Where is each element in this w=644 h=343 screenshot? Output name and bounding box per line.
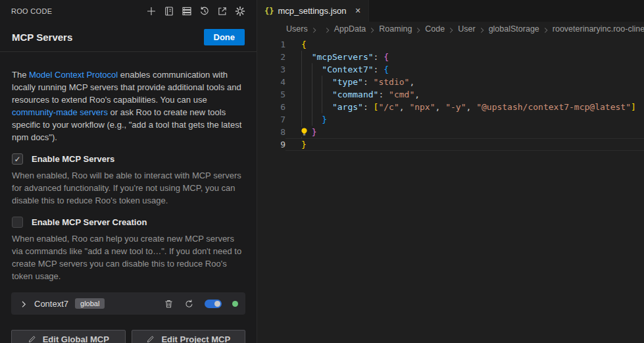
indent-guide bbox=[301, 63, 312, 76]
token: { bbox=[301, 40, 307, 49]
token: ] bbox=[631, 102, 636, 112]
breadcrumb-item[interactable]: globalStorage bbox=[489, 24, 539, 34]
token: "-y" bbox=[445, 102, 466, 112]
token: , bbox=[414, 90, 420, 99]
line-number: 5 bbox=[257, 88, 285, 101]
chevron-right-icon[interactable] bbox=[18, 299, 28, 308]
json-file-icon: {} bbox=[264, 7, 274, 16]
history-icon[interactable] bbox=[199, 5, 210, 16]
mcp-edit-buttons: Edit Global MCP Edit Project MCP bbox=[11, 330, 245, 343]
token: , bbox=[466, 102, 477, 112]
code-line: 1{ bbox=[257, 38, 644, 51]
code-text: "type": "stdio", bbox=[301, 76, 414, 88]
breadcrumb-chevron-icon bbox=[309, 24, 320, 35]
line-number: 3 bbox=[257, 63, 285, 76]
status-dot bbox=[232, 301, 238, 307]
intro-paragraph: The Model Context Protocol enables commu… bbox=[12, 68, 245, 144]
sidebar-header: ROO CODE bbox=[0, 0, 257, 22]
tab-mcp-settings[interactable]: {} mcp_settings.json ✕ bbox=[257, 0, 369, 22]
token: , bbox=[435, 102, 446, 112]
edit-global-mcp-label: Edit Global MCP bbox=[43, 334, 109, 343]
server-enabled-toggle[interactable] bbox=[205, 300, 222, 308]
done-button[interactable]: Done bbox=[204, 29, 245, 45]
enable-mcp-creation-setting: ✓ Enable MCP Server Creation bbox=[12, 217, 245, 228]
mcp-servers-icon[interactable] bbox=[181, 5, 192, 16]
line-number: 8 bbox=[257, 126, 285, 138]
code-text: { bbox=[301, 38, 307, 51]
indent-guide bbox=[322, 76, 332, 88]
breadcrumb: UsersAppDataRoamingCodeUserglobalStorage… bbox=[257, 22, 644, 36]
server-scope-badge: global bbox=[75, 298, 105, 309]
server-row-context7[interactable]: Context7 global bbox=[11, 292, 245, 315]
code-line: 7 } bbox=[257, 113, 644, 126]
enable-mcp-creation-checkbox[interactable]: ✓ bbox=[12, 217, 23, 228]
breadcrumb-chevron-icon bbox=[413, 24, 424, 35]
code-line: 9} bbox=[257, 138, 644, 151]
tab-close-icon[interactable]: ✕ bbox=[355, 7, 361, 15]
plus-icon[interactable] bbox=[145, 5, 157, 16]
token: } bbox=[312, 127, 317, 137]
indent-guide bbox=[312, 63, 322, 76]
breadcrumb-chevron-icon bbox=[541, 24, 551, 35]
server-name: Context7 bbox=[34, 299, 68, 309]
extension-title: ROO CODE bbox=[11, 7, 52, 15]
token: , bbox=[409, 77, 414, 87]
intro-link[interactable]: community-made servers bbox=[12, 107, 108, 117]
token: "Context7" bbox=[322, 65, 373, 74]
code-text: "args": ["/c", "npx", "-y", "@upstash/co… bbox=[301, 101, 636, 113]
code-text: } bbox=[301, 138, 307, 151]
code-editor[interactable]: 1{2 "mcpServers": {3 "Context7": {4 "typ… bbox=[257, 36, 644, 151]
prompts-notebook-icon[interactable] bbox=[163, 5, 174, 16]
token: : bbox=[374, 52, 384, 62]
line-number: 4 bbox=[257, 76, 285, 88]
enable-mcp-servers-setting: ✓ Enable MCP Servers bbox=[12, 153, 245, 165]
token: "npx" bbox=[409, 102, 435, 112]
line-number: 1 bbox=[257, 38, 285, 51]
token: : bbox=[363, 77, 374, 87]
breadcrumb-chevron-icon bbox=[367, 24, 378, 35]
server-row-actions bbox=[164, 299, 238, 309]
edit-global-mcp-button[interactable]: Edit Global MCP bbox=[11, 330, 126, 343]
code-text: "command": "cmd", bbox=[301, 88, 420, 101]
edit-project-mcp-label: Edit Project MCP bbox=[161, 334, 230, 343]
indent-guide bbox=[312, 101, 322, 113]
code-line: 8 } bbox=[257, 126, 644, 138]
token: } bbox=[301, 140, 307, 149]
breadcrumb-item[interactable]: Code bbox=[425, 24, 445, 34]
breadcrumb-item[interactable]: AppData bbox=[334, 24, 366, 34]
indent-guide bbox=[301, 76, 312, 88]
token: : bbox=[363, 102, 374, 112]
enable-mcp-servers-checkbox[interactable]: ✓ bbox=[12, 153, 23, 165]
token: "mcpServers" bbox=[312, 52, 374, 62]
edit-project-mcp-button[interactable]: Edit Project MCP bbox=[132, 330, 246, 343]
indent-guide bbox=[322, 101, 332, 113]
token: { bbox=[384, 52, 389, 62]
page-header: MCP Servers Done bbox=[0, 22, 257, 51]
open-in-editor-icon[interactable] bbox=[216, 5, 228, 16]
breadcrumb-item[interactable]: Users bbox=[286, 24, 308, 34]
roo-code-sidebar: ROO CODE bbox=[0, 0, 257, 343]
line-number: 9 bbox=[257, 138, 285, 151]
breadcrumb-item[interactable]: rooveterinaryinc.roo-cline bbox=[553, 24, 644, 34]
line-number: 2 bbox=[257, 51, 285, 63]
token: : bbox=[374, 65, 384, 74]
trash-icon[interactable] bbox=[164, 299, 174, 309]
intro-link[interactable]: Model Context Protocol bbox=[29, 70, 118, 80]
enable-mcp-creation-description: When enabled, Roo can help you create ne… bbox=[12, 232, 246, 282]
breadcrumb-chevron-icon bbox=[477, 24, 487, 35]
token: "args" bbox=[332, 102, 363, 112]
indent-guide bbox=[312, 113, 322, 126]
breadcrumb-item[interactable]: Roaming bbox=[379, 24, 412, 34]
indent-guide bbox=[322, 88, 332, 101]
header-divider bbox=[0, 51, 257, 52]
tab-filename: mcp_settings.json bbox=[278, 6, 346, 16]
token: , bbox=[399, 102, 410, 112]
settings-gear-icon[interactable] bbox=[234, 5, 245, 16]
restart-icon[interactable] bbox=[184, 299, 194, 309]
breadcrumb-item[interactable]: User bbox=[458, 24, 475, 34]
lightbulb-icon[interactable] bbox=[299, 127, 309, 137]
breadcrumb-chevron-icon bbox=[322, 24, 333, 35]
toggle-knob bbox=[214, 301, 220, 307]
code-text: } bbox=[301, 113, 327, 126]
breadcrumb-chevron-icon bbox=[446, 24, 457, 35]
